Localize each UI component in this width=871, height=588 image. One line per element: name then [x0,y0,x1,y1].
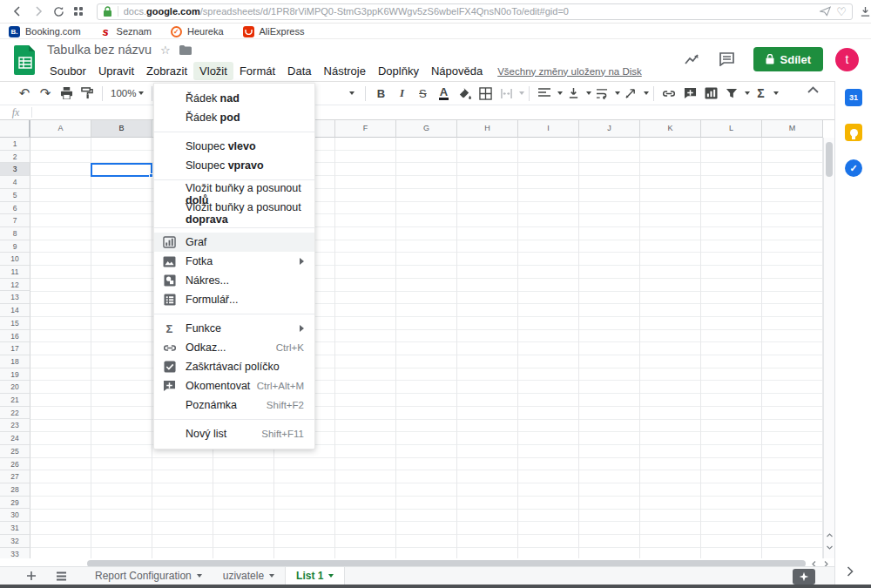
menu-data[interactable]: Data [281,62,317,80]
chevron-down-icon[interactable] [644,91,649,95]
column-header[interactable]: G [396,120,457,138]
download-icon[interactable] [860,6,871,17]
bookmark-booking[interactable]: B. Booking.com [9,26,81,37]
scroll-down-icon[interactable] [826,544,834,551]
selected-cell-b3[interactable] [91,163,152,177]
text-rotation-button[interactable] [620,84,641,103]
sheet-cells[interactable] [30,138,823,561]
menu-item-odkaz[interactable]: Odkaz... Ctrl+K [154,338,314,357]
merge-cells-button[interactable] [496,84,517,103]
menu-item-poznamka[interactable]: Poznámka Shift+F2 [154,395,314,415]
menu-item-funkce[interactable]: Σ Funkce [154,319,314,338]
menu-item-sloupec-vlevo[interactable]: Sloupec vlevo [154,137,314,156]
insert-chart-button[interactable] [700,84,721,103]
row-header[interactable]: 19 [0,368,30,382]
speed-dial-icon[interactable] [69,3,90,20]
tasks-icon[interactable]: ✓ [845,159,862,177]
tab-uzivatele[interactable]: uzivatele [213,567,285,585]
row-header[interactable]: 7 [0,214,30,227]
address-bar[interactable]: docs.google.com/spreadsheets/d/1PR8rViMP… [97,3,853,20]
row-header[interactable]: 18 [0,355,30,368]
column-header[interactable]: B [91,120,152,138]
filter-button[interactable] [721,84,742,103]
paint-format-button[interactable] [77,84,98,103]
undo-button[interactable]: ↶ [14,84,35,103]
column-header[interactable]: M [762,120,823,138]
row-header[interactable]: 5 [0,189,30,202]
all-sheets-button[interactable] [56,571,67,581]
menu-format[interactable]: Formát [233,62,281,80]
bookmark-heart-icon[interactable]: ♡ [836,6,847,17]
row-header[interactable]: 23 [0,419,30,432]
column-header[interactable]: L [701,120,762,138]
row-header[interactable]: 8 [0,227,30,240]
menu-item-bunky-doprava[interactable]: Vložit buňky a posunout doprava [154,204,314,223]
row-header[interactable]: 12 [0,279,30,292]
menu-item-fotka[interactable]: Fotka [154,252,314,271]
row-header[interactable]: 21 [0,394,30,407]
back-icon[interactable] [7,3,28,20]
row-header[interactable]: 29 [0,497,30,510]
row-header[interactable]: 1 [0,138,30,151]
add-sheet-button[interactable] [26,571,37,581]
row-header[interactable]: 27 [0,470,30,483]
chevron-down-icon[interactable] [519,91,524,95]
document-title[interactable]: Tabulka bez názvu [47,43,152,57]
menu-item-formular[interactable]: Formulář... [154,290,314,309]
menu-item-graf[interactable]: Graf [154,233,314,252]
row-header[interactable]: 11 [0,266,30,279]
row-header[interactable]: 17 [0,342,30,355]
italic-button[interactable]: I [391,84,412,103]
bold-button[interactable]: B [370,84,391,103]
row-header[interactable]: 6 [0,202,30,215]
column-header[interactable]: F [335,120,396,138]
menu-item-radek-nad[interactable]: Řádek nad [154,89,314,108]
row-header[interactable]: 15 [0,317,30,330]
text-wrap-button[interactable] [591,84,612,103]
column-header[interactable]: J [579,120,640,138]
select-all-corner[interactable] [0,120,30,138]
row-header[interactable]: 9 [0,240,30,253]
row-header[interactable]: 4 [0,176,30,189]
scroll-up-icon[interactable] [826,531,834,539]
vertical-scrollbar[interactable] [823,138,834,560]
row-header[interactable]: 25 [0,445,30,458]
menu-napoveda[interactable]: Nápověda [425,62,489,80]
bookmark-seznam[interactable]: s Seznam [100,26,152,37]
column-header[interactable]: A [30,120,91,138]
menu-item-zaskrtavaci-policko[interactable]: Zaškrtávací políčko [154,357,314,376]
menu-item-sloupec-vpravo[interactable]: Sloupec vpravo [154,156,314,175]
row-header[interactable]: 26 [0,458,30,471]
hide-side-panel-icon[interactable] [847,566,854,577]
row-header[interactable]: 20 [0,381,30,394]
row-header[interactable]: 2 [0,151,30,164]
menu-zobrazit[interactable]: Zobrazit [140,62,193,80]
row-header[interactable]: 28 [0,483,30,497]
vertical-scrollbar-thumb[interactable] [826,142,833,177]
strikethrough-button[interactable]: S [412,84,433,103]
tab-report-configuration[interactable]: Report Configuration [84,567,213,585]
text-color-button[interactable]: A [433,84,454,103]
menu-item-okomentovat[interactable]: Okomentovat Ctrl+Alt+M [154,376,314,395]
print-button[interactable] [56,84,77,103]
tab-list-1[interactable]: List 1 [285,567,345,585]
column-header[interactable]: I [518,120,579,138]
functions-button[interactable]: Σ [750,84,771,103]
borders-button[interactable] [475,84,496,103]
forward-icon[interactable] [28,3,49,20]
column-header[interactable]: H [457,120,518,138]
font-size-select[interactable] [340,84,361,103]
bookmark-aliexpress[interactable]: AliExpress [243,26,305,37]
redo-button[interactable]: ↷ [35,84,56,103]
menu-item-novy-list[interactable]: Nový list Shift+F11 [154,424,314,443]
keep-icon[interactable] [845,124,862,141]
save-status-link[interactable]: Všechny změny uloženy na Disk [497,66,642,77]
menu-item-nakres[interactable]: Nákres... [154,271,314,290]
menu-doplnky[interactable]: Doplňky [372,62,425,80]
column-header[interactable]: K [640,120,701,138]
row-header[interactable]: 16 [0,330,30,343]
row-header[interactable]: 24 [0,432,30,445]
bookmark-heureka[interactable]: ✓ Heureka [171,26,224,37]
menu-item-radek-pod[interactable]: Řádek pod [154,108,314,127]
menu-nastroje[interactable]: Nástroje [318,62,372,80]
